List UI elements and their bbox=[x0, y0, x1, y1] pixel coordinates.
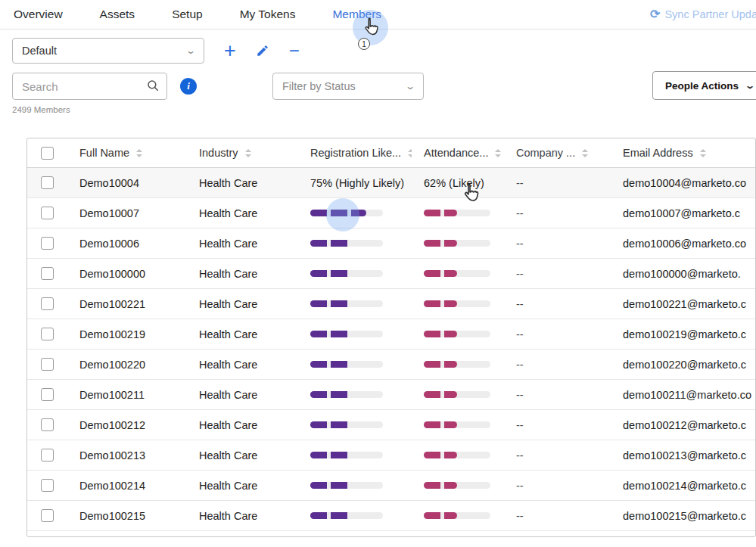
registration-likelihood-cell[interactable] bbox=[296, 391, 412, 398]
row-checkbox[interactable] bbox=[41, 449, 54, 462]
sort-icon[interactable] bbox=[136, 149, 142, 157]
registration-likelihood-bar[interactable] bbox=[310, 361, 383, 368]
remove-view-icon[interactable]: − bbox=[289, 43, 300, 58]
registration-likelihood-cell[interactable] bbox=[296, 331, 412, 337]
tab-overview[interactable]: Overview bbox=[14, 8, 63, 21]
attendance-likelihood-bar[interactable] bbox=[424, 482, 490, 489]
sort-icon[interactable] bbox=[582, 149, 588, 157]
member-name-cell[interactable]: Demo10007 bbox=[67, 207, 194, 219]
registration-likelihood-bar[interactable] bbox=[310, 452, 383, 458]
attendance-likelihood-cell[interactable] bbox=[412, 331, 511, 337]
registration-likelihood-bar[interactable] bbox=[310, 482, 383, 489]
table-row[interactable]: Demo100000Health Care--demo100000@market… bbox=[27, 259, 756, 289]
member-name-cell[interactable]: Demo100212 bbox=[67, 419, 194, 431]
registration-likelihood-bar[interactable] bbox=[310, 210, 383, 216]
attendance-likelihood-bar[interactable] bbox=[424, 240, 490, 247]
member-name-cell[interactable]: Demo100214 bbox=[67, 480, 194, 492]
attendance-likelihood-bar[interactable] bbox=[424, 210, 490, 216]
table-row[interactable]: Demo10006Health Care--demo10006@marketo.… bbox=[27, 228, 756, 259]
registration-likelihood-cell[interactable] bbox=[296, 361, 412, 368]
table-row[interactable]: Demo100215Health Care--demo100215@market… bbox=[27, 501, 756, 531]
attendance-likelihood-cell[interactable] bbox=[412, 391, 511, 398]
table-row[interactable]: Demo100221Health Care--demo100221@market… bbox=[27, 289, 756, 319]
column-header-email-address[interactable]: Email Address bbox=[617, 147, 756, 159]
attendance-likelihood-bar[interactable] bbox=[424, 391, 490, 398]
row-checkbox[interactable] bbox=[41, 297, 54, 310]
attendance-likelihood-bar[interactable] bbox=[424, 300, 490, 307]
attendance-likelihood-cell[interactable]: 62% (Likely) bbox=[412, 177, 511, 189]
table-row[interactable]: Demo10004Health Care75% (Highly Likely)6… bbox=[27, 168, 756, 198]
sync-partner-updates-link[interactable]: ⟳ Sync Partner Updat bbox=[650, 7, 756, 21]
attendance-likelihood-cell[interactable] bbox=[412, 452, 511, 458]
attendance-likelihood-cell[interactable] bbox=[412, 512, 511, 519]
registration-likelihood-cell[interactable] bbox=[296, 512, 412, 519]
sort-icon[interactable] bbox=[245, 149, 251, 157]
member-name-cell[interactable]: Demo100219 bbox=[67, 328, 194, 340]
info-icon[interactable]: i bbox=[180, 78, 197, 95]
registration-likelihood-cell[interactable] bbox=[296, 421, 412, 428]
registration-likelihood-bar[interactable] bbox=[310, 331, 383, 337]
registration-likelihood-bar[interactable] bbox=[310, 421, 383, 428]
attendance-likelihood-cell[interactable] bbox=[412, 270, 511, 277]
registration-likelihood-cell[interactable]: 75% (Highly Likely) bbox=[296, 177, 412, 189]
attendance-likelihood-cell[interactable] bbox=[412, 482, 511, 489]
column-header-attendance[interactable]: Attendance... bbox=[412, 147, 511, 159]
people-actions-button[interactable]: People Actions ⌄ bbox=[652, 71, 756, 100]
table-row[interactable]: Demo100214Health Care--demo100214@market… bbox=[27, 471, 756, 501]
tab-assets[interactable]: Assets bbox=[100, 8, 135, 21]
row-checkbox[interactable] bbox=[41, 388, 54, 401]
row-checkbox[interactable] bbox=[41, 418, 54, 431]
attendance-likelihood-cell[interactable] bbox=[412, 300, 511, 307]
member-name-cell[interactable]: Demo100221 bbox=[67, 298, 194, 310]
registration-likelihood-cell[interactable] bbox=[296, 482, 412, 489]
table-row[interactable]: Demo100213Health Care--demo100213@market… bbox=[27, 440, 756, 471]
attendance-likelihood-cell[interactable] bbox=[412, 210, 511, 216]
tab-setup[interactable]: Setup bbox=[172, 8, 203, 21]
registration-likelihood-cell[interactable] bbox=[296, 270, 412, 277]
attendance-likelihood-bar[interactable] bbox=[424, 421, 490, 428]
row-checkbox[interactable] bbox=[41, 328, 54, 340]
member-name-cell[interactable]: Demo10006 bbox=[67, 238, 194, 250]
row-checkbox[interactable] bbox=[41, 509, 54, 522]
column-header-industry[interactable]: Industry bbox=[194, 147, 296, 159]
member-name-cell[interactable]: Demo100220 bbox=[67, 359, 194, 371]
registration-likelihood-bar[interactable] bbox=[310, 240, 383, 247]
table-row[interactable]: Demo10007Health Care--demo10007@marketo.… bbox=[27, 198, 756, 228]
row-checkbox[interactable] bbox=[41, 207, 54, 219]
sort-icon[interactable] bbox=[700, 149, 706, 157]
member-name-cell[interactable]: Demo100215 bbox=[67, 510, 194, 522]
tab-my-tokens[interactable]: My Tokens bbox=[240, 8, 296, 21]
registration-likelihood-cell[interactable] bbox=[296, 300, 412, 307]
row-checkbox[interactable] bbox=[41, 267, 54, 280]
member-name-cell[interactable]: Demo100213 bbox=[67, 449, 194, 462]
view-select[interactable]: Default ⌄ bbox=[12, 38, 204, 64]
attendance-likelihood-bar[interactable] bbox=[424, 452, 490, 458]
registration-likelihood-cell[interactable] bbox=[296, 210, 412, 216]
row-checkbox[interactable] bbox=[41, 479, 54, 492]
attendance-likelihood-bar[interactable] bbox=[424, 361, 490, 368]
column-header-registration-likelihood[interactable]: Registration Like... bbox=[296, 147, 412, 159]
registration-likelihood-bar[interactable] bbox=[310, 270, 383, 277]
table-row[interactable]: Demo100220Health Care--demo100220@market… bbox=[27, 350, 756, 380]
row-checkbox[interactable] bbox=[41, 358, 54, 371]
member-name-cell[interactable]: Demo100211 bbox=[67, 389, 194, 401]
member-name-cell[interactable]: Demo10004 bbox=[67, 177, 194, 189]
row-checkbox[interactable] bbox=[41, 176, 54, 189]
table-row[interactable]: Demo100219Health Care--demo100219@market… bbox=[27, 319, 756, 350]
registration-likelihood-bar[interactable] bbox=[310, 300, 383, 307]
table-row[interactable]: Demo100212Health Care--demo100212@market… bbox=[27, 410, 756, 440]
attendance-likelihood-bar[interactable] bbox=[424, 331, 490, 337]
column-header-full-name[interactable]: Full Name bbox=[67, 147, 194, 159]
registration-likelihood-bar[interactable] bbox=[310, 391, 383, 398]
attendance-likelihood-cell[interactable] bbox=[412, 421, 511, 428]
filter-by-status-select[interactable]: Filter by Status ⌄ bbox=[272, 73, 424, 100]
row-checkbox[interactable] bbox=[41, 237, 54, 250]
registration-likelihood-cell[interactable] bbox=[296, 240, 412, 247]
sort-icon[interactable] bbox=[495, 149, 501, 157]
add-view-icon[interactable]: + bbox=[224, 43, 236, 58]
column-header-company[interactable]: Company ... bbox=[511, 147, 617, 159]
member-name-cell[interactable]: Demo100000 bbox=[67, 268, 194, 280]
table-row[interactable]: Demo100211Health Care--demo100211@market… bbox=[27, 380, 756, 410]
registration-likelihood-cell[interactable] bbox=[296, 452, 412, 458]
edit-view-icon[interactable] bbox=[256, 44, 269, 57]
